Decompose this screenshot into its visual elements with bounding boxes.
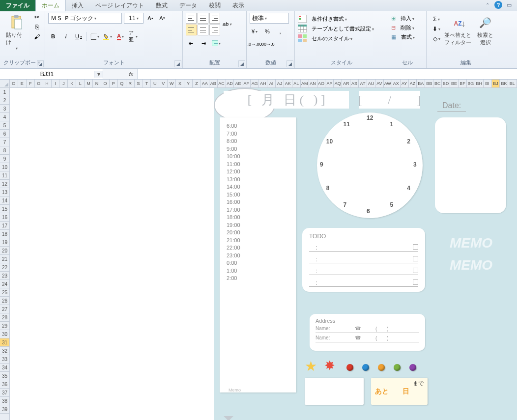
row-header[interactable]: 14 bbox=[0, 196, 9, 205]
row-header[interactable]: 31 bbox=[0, 338, 9, 347]
col-header[interactable]: AZ bbox=[409, 80, 417, 87]
tab-formulas[interactable]: 数式 bbox=[150, 0, 173, 11]
row-header[interactable]: 3 bbox=[0, 105, 9, 113]
col-header[interactable]: AX bbox=[392, 80, 401, 87]
col-header[interactable]: U bbox=[151, 80, 159, 87]
alignment-grid[interactable] bbox=[186, 13, 220, 35]
col-header[interactable]: I bbox=[52, 80, 60, 87]
tab-view[interactable]: 表示 bbox=[227, 0, 250, 11]
col-header[interactable]: T bbox=[143, 80, 151, 87]
format-cells-button[interactable]: ▦書式 bbox=[391, 33, 415, 41]
paste-button[interactable]: 貼り付け ▾ bbox=[3, 13, 30, 53]
row-header[interactable]: 35 bbox=[0, 372, 9, 380]
row-header[interactable]: 7 bbox=[0, 138, 9, 146]
row-header[interactable]: 26 bbox=[0, 297, 9, 305]
formula-input[interactable] bbox=[138, 69, 517, 79]
row-header[interactable]: 38 bbox=[0, 397, 9, 405]
col-header[interactable]: Z bbox=[193, 80, 201, 87]
format-painter-icon[interactable]: 🖌 bbox=[32, 32, 42, 41]
clear-icon[interactable]: ◇ bbox=[431, 34, 441, 43]
row-header[interactable]: 15 bbox=[0, 205, 9, 213]
col-header[interactable]: AA bbox=[201, 80, 209, 87]
spreadsheet-grid[interactable]: 1234567891011121314151617181920212223242… bbox=[0, 80, 517, 420]
col-header[interactable]: R bbox=[126, 80, 135, 87]
col-header[interactable]: M bbox=[85, 80, 93, 87]
col-header[interactable]: AC bbox=[218, 80, 226, 87]
col-header[interactable]: BL bbox=[508, 80, 517, 87]
row-header[interactable]: 34 bbox=[0, 364, 9, 372]
row-header[interactable]: 11 bbox=[0, 171, 9, 180]
underline-button[interactable]: U bbox=[74, 31, 84, 41]
clipboard-dialog-launcher[interactable]: ◢ bbox=[37, 60, 44, 67]
col-header[interactable]: AV bbox=[375, 80, 384, 87]
row-header[interactable]: 8 bbox=[0, 146, 9, 155]
row-header[interactable]: 4 bbox=[0, 113, 9, 121]
row-header[interactable]: 16 bbox=[0, 213, 9, 222]
col-header[interactable]: S bbox=[135, 80, 143, 87]
row-header[interactable]: 28 bbox=[0, 313, 9, 322]
merge-button[interactable] bbox=[211, 38, 221, 48]
col-header[interactable]: Y bbox=[184, 80, 193, 87]
name-box[interactable]: BJ31▾ bbox=[0, 69, 103, 79]
tab-file[interactable]: ファイル bbox=[0, 0, 35, 11]
select-all-corner[interactable] bbox=[0, 80, 10, 88]
row-header[interactable]: 10 bbox=[0, 163, 9, 171]
empty-cells-area[interactable] bbox=[10, 88, 214, 420]
col-header[interactable]: AR bbox=[342, 80, 350, 87]
italic-button[interactable]: I bbox=[61, 31, 71, 41]
col-header[interactable]: BC bbox=[433, 80, 442, 87]
font-color-button[interactable]: A bbox=[115, 31, 125, 41]
col-header[interactable]: AQ bbox=[334, 80, 342, 87]
row-header[interactable]: 5 bbox=[0, 121, 9, 130]
col-header[interactable]: P bbox=[110, 80, 118, 87]
row-header[interactable]: 37 bbox=[0, 389, 9, 397]
col-header[interactable]: AW bbox=[384, 80, 392, 87]
sort-filter-button[interactable]: AZ↓ 並べ替えと フィルター bbox=[441, 13, 474, 48]
bold-button[interactable]: B bbox=[48, 31, 58, 41]
tab-page-layout[interactable]: ページ レイアウト bbox=[89, 0, 150, 11]
font-name-combo[interactable]: ＭＳ Ｐゴシック bbox=[48, 13, 122, 24]
col-header[interactable]: AS bbox=[350, 80, 359, 87]
row-header[interactable]: 18 bbox=[0, 230, 9, 238]
row-header[interactable]: 33 bbox=[0, 355, 9, 364]
row-header[interactable]: 22 bbox=[0, 263, 9, 272]
cell-styles-button[interactable]: セルのスタイル bbox=[298, 34, 352, 42]
col-header[interactable]: AK bbox=[284, 80, 292, 87]
grow-font-icon[interactable]: A▴ bbox=[145, 13, 155, 23]
row-header[interactable]: 30 bbox=[0, 330, 9, 338]
col-header[interactable]: AM bbox=[301, 80, 309, 87]
col-header[interactable]: E bbox=[18, 80, 27, 87]
copy-icon[interactable]: ⎘ bbox=[32, 23, 42, 31]
col-header[interactable]: Q bbox=[118, 80, 126, 87]
fill-color-button[interactable] bbox=[103, 31, 113, 41]
decrease-decimal-icon[interactable]: .00→.0 bbox=[262, 39, 272, 49]
row-header[interactable]: 1 bbox=[0, 88, 9, 96]
format-as-table-button[interactable]: テーブルとして書式設定 bbox=[298, 25, 374, 32]
conditional-format-button[interactable]: 条件付き書式 bbox=[298, 15, 347, 23]
find-select-button[interactable]: 🔎 検索と 選択 bbox=[474, 13, 496, 48]
col-header[interactable]: N bbox=[93, 80, 101, 87]
cut-icon[interactable]: ✂ bbox=[32, 13, 42, 22]
phonetic-button[interactable]: ア亜 bbox=[128, 31, 138, 41]
col-header[interactable]: F bbox=[27, 80, 35, 87]
row-header[interactable]: 39 bbox=[0, 405, 9, 414]
accounting-format-icon[interactable]: ¥ bbox=[250, 27, 259, 36]
fx-icon[interactable]: fx bbox=[103, 69, 138, 79]
col-header[interactable]: AO bbox=[317, 80, 326, 87]
col-header[interactable]: AH bbox=[259, 80, 267, 87]
row-header[interactable]: 24 bbox=[0, 280, 9, 288]
border-button[interactable] bbox=[90, 31, 100, 41]
col-header[interactable]: J bbox=[59, 80, 68, 87]
row-header[interactable]: 12 bbox=[0, 180, 9, 188]
row-header[interactable]: 13 bbox=[0, 188, 9, 196]
col-header[interactable]: AN bbox=[309, 80, 317, 87]
col-header[interactable]: BA bbox=[417, 80, 425, 87]
comma-format-icon[interactable]: , bbox=[275, 27, 285, 36]
col-header[interactable]: BE bbox=[450, 80, 459, 87]
planner-template-area[interactable]: [ 月 日 ( ) ] [ / ] Date: 6:007:008:009:00… bbox=[214, 88, 517, 420]
col-header[interactable]: AJ bbox=[276, 80, 284, 87]
col-header[interactable]: AE bbox=[234, 80, 242, 87]
col-header[interactable]: V bbox=[159, 80, 168, 87]
minimize-ribbon-icon[interactable]: ⌃ bbox=[484, 1, 491, 9]
percent-format-icon[interactable]: % bbox=[262, 27, 272, 36]
